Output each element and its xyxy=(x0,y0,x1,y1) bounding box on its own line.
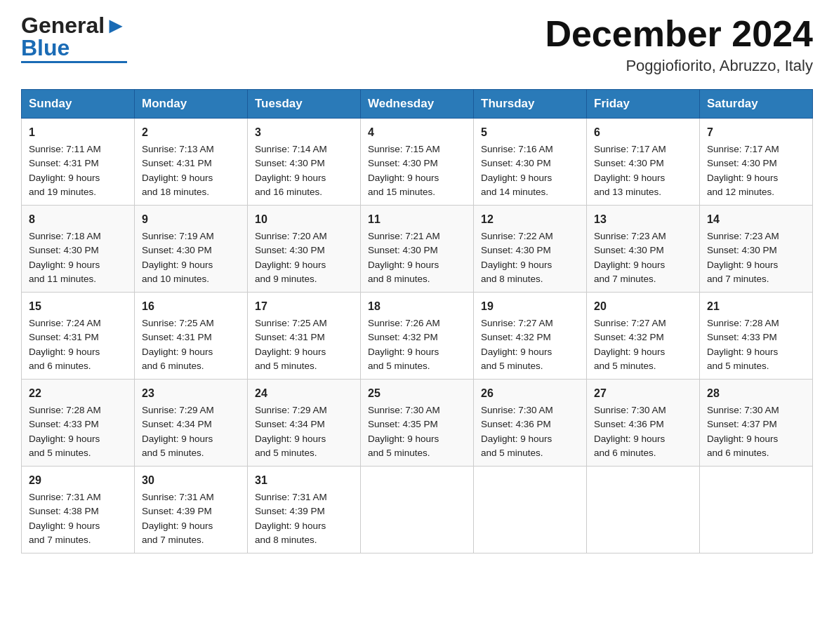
day-number: 20 xyxy=(594,298,692,315)
calendar-cell: 27Sunrise: 7:30 AMSunset: 4:36 PMDayligh… xyxy=(587,380,700,467)
calendar-cell: 30Sunrise: 7:31 AMSunset: 4:39 PMDayligh… xyxy=(135,467,248,554)
title-area: December 2024 Poggiofiorito, Abruzzo, It… xyxy=(545,14,813,75)
day-number: 15 xyxy=(29,298,127,315)
calendar-day-header: Saturday xyxy=(700,90,813,119)
calendar-cell: 25Sunrise: 7:30 AMSunset: 4:35 PMDayligh… xyxy=(361,380,474,467)
calendar-day-header: Friday xyxy=(587,90,700,119)
calendar-title: December 2024 xyxy=(545,14,813,54)
calendar-cell: 21Sunrise: 7:28 AMSunset: 4:33 PMDayligh… xyxy=(700,293,813,380)
calendar-day-header: Sunday xyxy=(22,90,135,119)
calendar-cell: 6Sunrise: 7:17 AMSunset: 4:30 PMDaylight… xyxy=(587,119,700,206)
calendar-cell: 8Sunrise: 7:18 AMSunset: 4:30 PMDaylight… xyxy=(22,206,135,293)
calendar-cell: 31Sunrise: 7:31 AMSunset: 4:39 PMDayligh… xyxy=(248,467,361,554)
day-number: 16 xyxy=(142,298,240,315)
day-number: 5 xyxy=(481,124,579,141)
day-number: 9 xyxy=(142,211,240,228)
calendar-week-row: 8Sunrise: 7:18 AMSunset: 4:30 PMDaylight… xyxy=(22,206,813,293)
calendar-cell xyxy=(587,467,700,554)
day-number: 19 xyxy=(481,298,579,315)
day-number: 11 xyxy=(368,211,466,228)
calendar-cell: 7Sunrise: 7:17 AMSunset: 4:30 PMDaylight… xyxy=(700,119,813,206)
calendar-cell: 4Sunrise: 7:15 AMSunset: 4:30 PMDaylight… xyxy=(361,119,474,206)
day-number: 17 xyxy=(255,298,353,315)
day-number: 4 xyxy=(368,124,466,141)
day-number: 12 xyxy=(481,211,579,228)
calendar-cell: 17Sunrise: 7:25 AMSunset: 4:31 PMDayligh… xyxy=(248,293,361,380)
calendar-cell: 5Sunrise: 7:16 AMSunset: 4:30 PMDaylight… xyxy=(474,119,587,206)
day-number: 31 xyxy=(255,472,353,489)
calendar-cell: 11Sunrise: 7:21 AMSunset: 4:30 PMDayligh… xyxy=(361,206,474,293)
calendar-cell: 23Sunrise: 7:29 AMSunset: 4:34 PMDayligh… xyxy=(135,380,248,467)
day-number: 21 xyxy=(707,298,805,315)
calendar-cell: 22Sunrise: 7:28 AMSunset: 4:33 PMDayligh… xyxy=(22,380,135,467)
calendar-day-header: Monday xyxy=(135,90,248,119)
logo: General►Blue xyxy=(21,14,127,63)
day-number: 24 xyxy=(255,385,353,402)
calendar-cell: 28Sunrise: 7:30 AMSunset: 4:37 PMDayligh… xyxy=(700,380,813,467)
logo-text: General►Blue xyxy=(21,14,127,59)
calendar-week-row: 1Sunrise: 7:11 AMSunset: 4:31 PMDaylight… xyxy=(22,119,813,206)
page-header: General►Blue December 2024 Poggiofiorito… xyxy=(21,14,813,75)
calendar-week-row: 22Sunrise: 7:28 AMSunset: 4:33 PMDayligh… xyxy=(22,380,813,467)
day-number: 2 xyxy=(142,124,240,141)
calendar-header-row: SundayMondayTuesdayWednesdayThursdayFrid… xyxy=(22,90,813,119)
calendar-cell: 13Sunrise: 7:23 AMSunset: 4:30 PMDayligh… xyxy=(587,206,700,293)
calendar-cell xyxy=(474,467,587,554)
calendar-cell: 19Sunrise: 7:27 AMSunset: 4:32 PMDayligh… xyxy=(474,293,587,380)
day-number: 13 xyxy=(594,211,692,228)
calendar-cell: 16Sunrise: 7:25 AMSunset: 4:31 PMDayligh… xyxy=(135,293,248,380)
day-number: 7 xyxy=(707,124,805,141)
calendar-cell: 10Sunrise: 7:20 AMSunset: 4:30 PMDayligh… xyxy=(248,206,361,293)
calendar-subtitle: Poggiofiorito, Abruzzo, Italy xyxy=(545,57,813,75)
calendar-cell: 18Sunrise: 7:26 AMSunset: 4:32 PMDayligh… xyxy=(361,293,474,380)
day-number: 26 xyxy=(481,385,579,402)
calendar-cell: 26Sunrise: 7:30 AMSunset: 4:36 PMDayligh… xyxy=(474,380,587,467)
day-number: 29 xyxy=(29,472,127,489)
calendar-cell: 12Sunrise: 7:22 AMSunset: 4:30 PMDayligh… xyxy=(474,206,587,293)
day-number: 30 xyxy=(142,472,240,489)
calendar-day-header: Thursday xyxy=(474,90,587,119)
logo-underline xyxy=(21,61,127,63)
calendar-cell: 14Sunrise: 7:23 AMSunset: 4:30 PMDayligh… xyxy=(700,206,813,293)
calendar-cell xyxy=(700,467,813,554)
calendar-cell: 3Sunrise: 7:14 AMSunset: 4:30 PMDaylight… xyxy=(248,119,361,206)
calendar-cell: 29Sunrise: 7:31 AMSunset: 4:38 PMDayligh… xyxy=(22,467,135,554)
calendar-cell: 9Sunrise: 7:19 AMSunset: 4:30 PMDaylight… xyxy=(135,206,248,293)
calendar-cell: 24Sunrise: 7:29 AMSunset: 4:34 PMDayligh… xyxy=(248,380,361,467)
calendar-cell: 20Sunrise: 7:27 AMSunset: 4:32 PMDayligh… xyxy=(587,293,700,380)
calendar-day-header: Wednesday xyxy=(361,90,474,119)
day-number: 28 xyxy=(707,385,805,402)
calendar-cell: 15Sunrise: 7:24 AMSunset: 4:31 PMDayligh… xyxy=(22,293,135,380)
calendar-week-row: 15Sunrise: 7:24 AMSunset: 4:31 PMDayligh… xyxy=(22,293,813,380)
day-number: 14 xyxy=(707,211,805,228)
calendar-cell xyxy=(361,467,474,554)
calendar-day-header: Tuesday xyxy=(248,90,361,119)
day-number: 6 xyxy=(594,124,692,141)
calendar-table: SundayMondayTuesdayWednesdayThursdayFrid… xyxy=(21,89,813,554)
day-number: 8 xyxy=(29,211,127,228)
calendar-cell: 2Sunrise: 7:13 AMSunset: 4:31 PMDaylight… xyxy=(135,119,248,206)
day-number: 10 xyxy=(255,211,353,228)
day-number: 22 xyxy=(29,385,127,402)
day-number: 3 xyxy=(255,124,353,141)
calendar-week-row: 29Sunrise: 7:31 AMSunset: 4:38 PMDayligh… xyxy=(22,467,813,554)
day-number: 1 xyxy=(29,124,127,141)
day-number: 27 xyxy=(594,385,692,402)
calendar-cell: 1Sunrise: 7:11 AMSunset: 4:31 PMDaylight… xyxy=(22,119,135,206)
day-number: 25 xyxy=(368,385,466,402)
day-number: 23 xyxy=(142,385,240,402)
day-number: 18 xyxy=(368,298,466,315)
